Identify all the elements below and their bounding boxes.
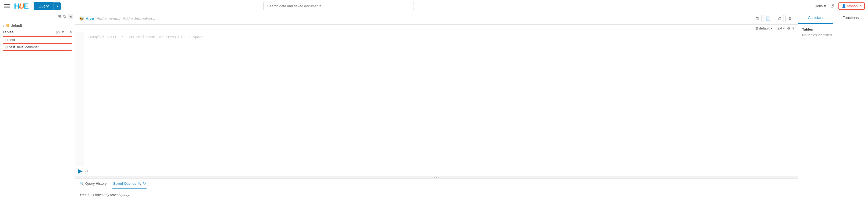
saved-queries-refresh-icon[interactable]: ↻ (143, 182, 146, 186)
run-extra: ▪ ▾ (85, 169, 89, 173)
save-doc-icon: ⊡ (755, 16, 759, 21)
query-history-icon: 🔍 (80, 182, 84, 186)
new-doc-icon: 📄 (766, 16, 770, 21)
table-name: test (9, 38, 15, 42)
editor-toolbar: 🐝 Hive Add a name... Add a description..… (75, 12, 798, 25)
hive-label: Hive (86, 16, 94, 21)
code-editor[interactable]: 1 Example: SELECT * FROM tablename, or p… (75, 32, 798, 166)
dot1 (434, 177, 435, 178)
breadcrumb-row: ‹ ⊞ default (3, 23, 72, 28)
query-button-dropdown[interactable]: ▾ (54, 2, 61, 10)
code-settings-icon[interactable]: ⚙ (787, 26, 790, 30)
bottom-tab-bar: 🔍 Query History Saved Queries 🔍 ↻ (75, 178, 798, 189)
bottom-tabs: 🔍 Query History Saved Queries 🔍 ↻ You do… (75, 178, 798, 200)
format-selector[interactable]: text ▾ (777, 26, 785, 30)
code-help-icon[interactable]: ? (793, 26, 794, 30)
db-selector-label: default (759, 26, 770, 30)
table-item-test-hive-delimiter[interactable]: ⊟ test_hive_delimiter (3, 43, 72, 51)
tables-header: Tables (2) ▼ + ↻ (3, 30, 72, 34)
right-no-tables-message: No tables identified. (802, 33, 864, 37)
logo-u: U (19, 2, 24, 10)
hamburger-menu[interactable] (3, 3, 11, 9)
center-panel: 🐝 Hive Add a name... Add a description..… (75, 12, 798, 200)
db-selector[interactable]: ⊞ default ▾ (755, 26, 772, 30)
right-content: Tables No tables identified. (798, 24, 868, 40)
tag-button[interactable]: 🏷 (775, 15, 784, 22)
db-selector-icon: ⊞ (755, 26, 758, 30)
right-panel: Assistant Functions Tables No tables ide… (798, 12, 868, 200)
refresh-tables-icon[interactable]: ↻ (70, 30, 72, 34)
dot2 (436, 177, 437, 178)
format-chevron: ▾ (783, 26, 785, 30)
db-stack-icon: ⊞ (58, 14, 61, 19)
user-menu-button[interactable]: 👤 fayson_d (838, 2, 865, 10)
editor-settings-button[interactable]: ⚙ (785, 15, 794, 22)
left-panel-header: ⊞ ⧉ ◀ (0, 12, 75, 21)
hive-icon: 🐝 (79, 16, 84, 21)
run-query-button[interactable]: ▶ (78, 167, 83, 174)
table-item-test[interactable]: ⊟ test (3, 36, 72, 43)
left-panel: ⊞ ⧉ ◀ ‹ ⊞ default Tables (2) ▼ + ↻ ⊟ (0, 12, 75, 200)
saved-queries-label: Saved Queries (113, 182, 136, 186)
editor-name-input[interactable]: Add a name... (97, 16, 120, 21)
filter-icon[interactable]: ▼ (61, 30, 65, 34)
table-icon: ⊟ (5, 38, 8, 42)
logo[interactable]: HUE (14, 2, 28, 10)
save-doc-button[interactable]: ⊡ (753, 15, 762, 22)
db-label: default (11, 23, 22, 28)
right-tabs: Assistant Functions (798, 12, 868, 24)
query-button-group: Query ▾ (34, 2, 61, 10)
functions-tab-label: Functions (842, 15, 859, 20)
format-label: text (777, 26, 782, 30)
tab-functions[interactable]: Functions (833, 12, 868, 24)
code-toolbar: ⊞ default ▾ text ▾ ⚙ ? (75, 25, 798, 32)
editor-settings-icon: ⚙ (788, 16, 792, 21)
code-area-wrapper: ⊞ default ▾ text ▾ ⚙ ? 1 Example: SELECT… (75, 25, 798, 176)
editor-desc-input[interactable]: Add a description... (123, 16, 155, 21)
tab-saved-queries[interactable]: Saved Queries 🔍 ↻ (113, 178, 147, 189)
hive-logo: 🐝 Hive (79, 16, 94, 21)
bottom-resize-handle[interactable] (75, 176, 798, 178)
user-name: fayson_d (847, 4, 862, 8)
db-stack-icon-2: ⊞ (6, 23, 9, 28)
tables-controls: (2) ▼ + ↻ (56, 30, 72, 34)
history-icon[interactable]: ↺ (830, 3, 834, 9)
assistant-tab-label: Assistant (808, 15, 824, 20)
collapse-panel-button[interactable]: ◀ (68, 14, 73, 19)
editor-actions: ⊡ 📄 🏷 ⚙ (753, 15, 794, 22)
add-table-icon[interactable]: + (66, 30, 68, 34)
right-tables-title: Tables (802, 27, 864, 31)
run-bar: ▶ ▪ ▾ (75, 166, 798, 176)
jobs-filter-icon: ≡ (824, 4, 826, 8)
code-content[interactable]: Example: SELECT * FROM tablename, or pre… (84, 32, 798, 166)
run-extra-arrow[interactable]: ▾ (87, 169, 89, 173)
table-icon-2: ⊟ (5, 45, 8, 49)
main-layout: ⊞ ⧉ ◀ ‹ ⊞ default Tables (2) ▼ + ↻ ⊟ (0, 12, 868, 200)
resize-dots-row (434, 177, 439, 178)
tag-icon: 🏷 (777, 16, 781, 21)
db-selector-chevron: ▾ (770, 26, 772, 30)
user-icon: 👤 (842, 4, 846, 8)
left-panel-section: ‹ ⊞ default Tables (2) ▼ + ↻ ⊟ test ⊟ te… (0, 21, 75, 53)
tab-assistant[interactable]: Assistant (798, 12, 833, 24)
tab-query-history[interactable]: 🔍 Query History (79, 178, 107, 189)
line-number-1: 1 (77, 35, 82, 39)
search-input[interactable] (263, 2, 414, 10)
code-placeholder-text: Example: SELECT * FROM tablename, or pre… (88, 35, 203, 39)
tables-count: (2) (56, 30, 60, 34)
bottom-content: You don't have any saved query. (75, 189, 798, 200)
new-doc-button[interactable]: 📄 (763, 15, 773, 22)
back-arrow-icon[interactable]: ‹ (3, 23, 4, 28)
logo-e: E (24, 2, 28, 10)
run-extra-dots: ▪ (85, 169, 86, 173)
jobs-label: Jobs (815, 4, 823, 8)
query-history-label: Query History (85, 182, 106, 186)
table-name-2: test_hive_delimiter (9, 45, 38, 49)
no-saved-message: You don't have any saved query. (80, 193, 130, 197)
tables-label: Tables (3, 30, 13, 34)
line-numbers: 1 (75, 32, 84, 166)
logo-h: H (14, 2, 19, 10)
jobs-link[interactable]: Jobs ≡ (815, 4, 826, 8)
query-button-main[interactable]: Query (34, 2, 54, 10)
saved-queries-search-icon[interactable]: 🔍 (137, 182, 142, 186)
